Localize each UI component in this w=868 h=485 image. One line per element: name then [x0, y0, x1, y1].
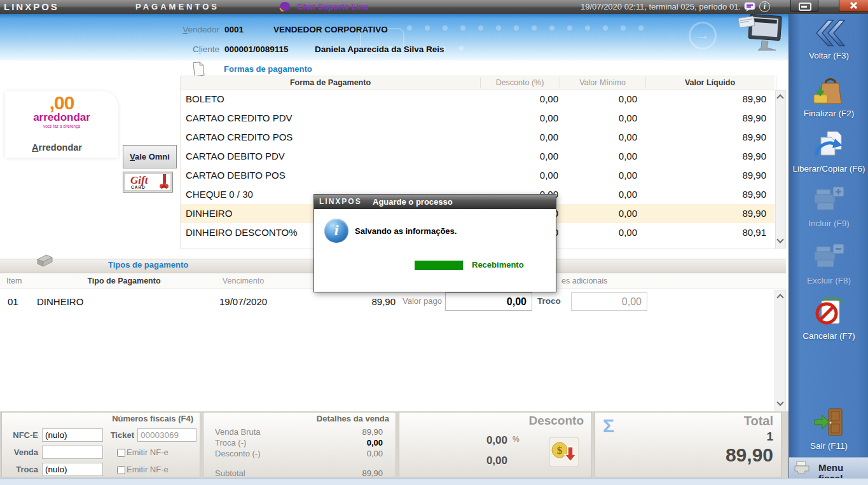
payment-forms-header: Forma de Pagamento Desconto (%) Valor Mí… [181, 76, 775, 90]
tab-tipos-de-pagamento[interactable]: Tipos de pagamento [108, 260, 188, 270]
emitir-nfe-venda-checkbox[interactable] [117, 449, 125, 457]
vendedor-label: Vendedor [127, 25, 219, 34]
ticket-label: Ticket [90, 430, 134, 440]
row-tipo: DINHEIRO [37, 296, 83, 307]
excluir-button[interactable]: Excluir (F8) [789, 242, 868, 285]
fiscal-panel-title: Números fiscais (F4) [112, 414, 193, 423]
subtotal-label: Subtotal [215, 468, 245, 478]
app-logo: LINXPOS [4, 1, 59, 12]
nfce-label: NFC-E [2, 430, 38, 440]
title-bar: LINXPOS PAGAMENTOS Chat Suporte Linx 19/… [0, 0, 868, 15]
discount-money-icon[interactable]: $ [549, 437, 579, 467]
discount-panel: Desconto 0,00 % 0,00 $ [399, 412, 592, 477]
recebimento-indicator [415, 261, 463, 270]
dialog-info-icon: i [324, 219, 348, 243]
page-title: PAGAMENTOS [135, 2, 219, 11]
chat-support-link[interactable]: Chat Suporte Linx [297, 2, 368, 11]
fiscal-printer-icon [794, 461, 810, 475]
decor-arrow-circle: → [689, 22, 717, 50]
linxpos-window: LINXPOS PAGAMENTOS Chat Suporte Linx 19/… [0, 0, 868, 485]
col-valor-liquido: Valor Líquido [645, 76, 775, 90]
vendedor-code: 0001 [224, 25, 244, 34]
arredondar-logo-name: arredondar [5, 111, 118, 124]
arredondar-label[interactable]: Arredondar [32, 142, 82, 153]
info-icon[interactable]: i [759, 1, 770, 12]
col-informacoes-adicionais: es adicionais [561, 274, 607, 288]
payment-row-cartao-credito-pos[interactable]: CARTAO CREDITO POS 0,00 0,00 89,90 [181, 128, 775, 147]
close-button[interactable] [839, 0, 868, 12]
total-panel: Σ Total 1 89,90 [595, 412, 782, 477]
card-machine-icon [35, 253, 54, 270]
tab-formas-de-pagamento[interactable]: Formas de pagamento [224, 64, 312, 74]
valor-pago-input[interactable] [445, 292, 532, 311]
incluir-button[interactable]: Incluir (F9) [789, 184, 868, 228]
menu-fiscal-button[interactable]: Menu fiscal [789, 457, 868, 479]
emitir-nfe-troca-label: Emitir NF-e [127, 465, 169, 474]
cancelar-button[interactable]: Cancelar (F7) [789, 296, 868, 341]
payment-row-cartao-debito-pos[interactable]: CARTAO DEBITO POS 0,00 0,00 89,90 [181, 166, 775, 185]
col-valor-minimo: Valor Mínimo [560, 76, 645, 90]
payment-row-cartao-credito-pdv[interactable]: CARTAO CREDITO PDV 0,00 0,00 89,90 [181, 109, 775, 128]
cancel-note-icon [814, 296, 844, 327]
arredondar-logo-slogan: você faz a diferença [5, 124, 118, 128]
venda-input[interactable] [42, 446, 103, 459]
footer-strip [0, 478, 868, 485]
liberar-copiar-button[interactable]: Liberar/Copiar (F6) [789, 130, 868, 174]
cliente-label: Cliente [127, 44, 219, 54]
venda-label: Venda [2, 447, 38, 457]
venda-bruta-value: 89,90 [338, 427, 383, 437]
troca-input[interactable] [42, 463, 103, 476]
page-icon [191, 60, 206, 78]
session-status-text: 19/07/2020 02:11, terminal 025, período … [547, 2, 741, 11]
remove-payment-icon [813, 242, 846, 272]
payment-row-boleto[interactable]: BOLETO 0,00 0,00 89,90 [181, 90, 775, 109]
receivement-row[interactable]: 01 DINHEIRO 19/07/2020 89,90 Valor pago … [0, 291, 786, 313]
col-tipo-pagamento: Tipo de Pagamento [76, 274, 172, 288]
venda-bruta-label: Venda Bruta [215, 427, 261, 437]
col-forma-pagamento: Forma de Pagamento [181, 76, 480, 90]
action-sidebar: Voltar (F3) Finalizar (F2) Liberar/Copia… [789, 14, 868, 485]
subtotal-value: 89,90 [338, 468, 383, 478]
arredondar-logo-cents: ,00 [5, 92, 118, 114]
gift-ribbon-icon [159, 174, 169, 191]
discount-percent-symbol: % [513, 435, 520, 444]
gift-card-button[interactable]: Gift CARD [123, 172, 173, 193]
support-session-icon[interactable] [744, 1, 755, 12]
finalizar-button[interactable]: Finalizar (F2) [789, 74, 868, 118]
troca-line-value: 0,00 [338, 438, 383, 447]
sale-details-panel: Detalhes da venda Venda Bruta 89,90 Troc… [203, 412, 396, 477]
exit-door-icon [813, 407, 845, 437]
cliente-name: Daniela Aparecida da Silva Reis [315, 44, 444, 54]
col-item: Item [6, 274, 22, 288]
sair-button[interactable]: Sair (F11) [789, 407, 868, 451]
wait-dialog-titlebar: LINXPOS Aguarde o processo [314, 195, 556, 209]
monitor-icon [730, 14, 783, 58]
receivement-scrollbar[interactable] [775, 290, 786, 412]
row-vencimento: 19/07/2020 [219, 296, 267, 307]
discount-amount-value: 0,00 [447, 454, 507, 467]
col-vencimento: Vencimento [210, 274, 277, 288]
back-chevrons-icon [813, 19, 845, 47]
troca-label: Troca [2, 465, 38, 474]
minimize-button[interactable] [790, 0, 818, 12]
desconto-line-label: Desconto (-) [215, 449, 261, 458]
total-amount: 89,90 [726, 444, 773, 466]
troca-line-label: Troca (-) [215, 438, 246, 447]
col-desconto: Desconto (%) [480, 76, 560, 90]
vendedor-name: VENDEDOR CORPORATIVO [273, 25, 388, 34]
copy-documents-icon [813, 130, 845, 160]
svg-text:$: $ [557, 444, 563, 456]
voltar-button[interactable]: Voltar (F3) [789, 19, 868, 60]
valor-pago-label: Valor pago [403, 296, 442, 306]
vale-omni-button[interactable]: Vale Omni [123, 145, 177, 168]
tab-recebimento[interactable]: Recebimento [472, 260, 524, 270]
troco-input[interactable] [571, 292, 647, 311]
payment-table-scrollbar[interactable] [775, 90, 786, 249]
total-title: Total [744, 414, 773, 428]
dialog-title: Aguarde o processo [373, 197, 453, 207]
payment-row-cartao-debito-pdv[interactable]: CARTAO DEBITO PDV 0,00 0,00 89,90 [181, 147, 775, 166]
decor-dots [407, 25, 644, 31]
emitir-nfe-troca-checkbox[interactable] [117, 466, 125, 474]
ticket-input[interactable] [137, 428, 196, 442]
cliente-code: 000001/0089115 [224, 44, 289, 54]
